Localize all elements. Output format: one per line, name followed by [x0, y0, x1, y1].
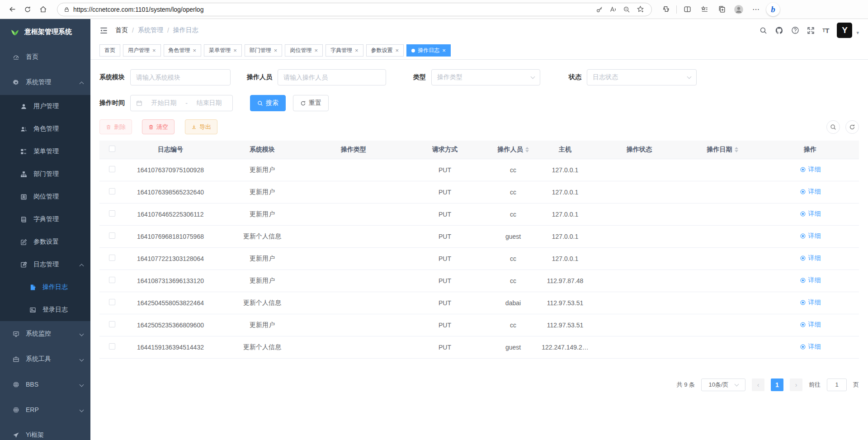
collections-icon[interactable]: [715, 3, 728, 16]
sidebar-item-home[interactable]: 首页: [0, 44, 90, 70]
detail-link[interactable]: 详细: [800, 188, 821, 196]
tab-dept-mgmt[interactable]: 部门管理×: [245, 44, 283, 57]
prev-page-button[interactable]: ‹: [752, 378, 764, 391]
password-key-icon[interactable]: [593, 4, 606, 15]
table-search-toggle-button[interactable]: [826, 120, 840, 134]
delete-button[interactable]: 删除: [99, 119, 132, 134]
detail-link[interactable]: 详细: [800, 210, 821, 218]
reset-button[interactable]: 重置: [293, 95, 329, 111]
tab-dict-mgmt[interactable]: 字典管理×: [326, 44, 363, 57]
tab-menu-mgmt[interactable]: 菜单管理×: [204, 44, 242, 57]
status-select[interactable]: 日志状态: [587, 69, 697, 85]
row-checkbox[interactable]: [109, 210, 115, 217]
collapse-sidebar-button[interactable]: [99, 26, 108, 35]
detail-link[interactable]: 详细: [800, 321, 821, 329]
read-aloud-icon[interactable]: [606, 4, 620, 15]
sidebar-item-menu-mgmt[interactable]: 菜单管理: [0, 140, 90, 163]
sidebar-item-sys-monitor[interactable]: 系统监控: [0, 321, 90, 346]
sidebar-item-dict-mgmt[interactable]: 字典管理: [0, 208, 90, 231]
detail-link[interactable]: 详细: [800, 298, 821, 307]
row-checkbox[interactable]: [109, 188, 115, 194]
row-checkbox[interactable]: [109, 321, 115, 327]
date-range-picker[interactable]: 开始日期 - 结束日期: [130, 95, 233, 111]
browser-home-button[interactable]: [35, 3, 51, 16]
col-date[interactable]: 操作日期: [684, 141, 761, 159]
type-select[interactable]: 操作类型: [431, 69, 540, 85]
table-refresh-button[interactable]: [845, 120, 859, 134]
row-checkbox[interactable]: [109, 277, 115, 283]
sidebar-item-log-mgmt[interactable]: 日志管理: [0, 253, 90, 276]
detail-link[interactable]: 详细: [800, 254, 821, 262]
tab-param-settings[interactable]: 参数设置×: [366, 44, 404, 57]
close-icon[interactable]: ×: [355, 47, 359, 53]
next-page-button[interactable]: ›: [790, 378, 802, 391]
page-size-select[interactable]: 10条/页: [701, 378, 745, 391]
row-checkbox[interactable]: [109, 255, 115, 261]
close-icon[interactable]: ×: [442, 47, 446, 53]
sidebar-item-user-mgmt[interactable]: 用户管理: [0, 95, 90, 118]
sidebar-item-role-mgmt[interactable]: 角色管理: [0, 118, 90, 140]
extensions-icon[interactable]: [659, 3, 673, 16]
export-button[interactable]: 导出: [185, 119, 217, 134]
browser-refresh-button[interactable]: [20, 3, 35, 16]
sidebar-item-erp[interactable]: ERP: [0, 397, 90, 422]
col-method: 请求方式: [399, 141, 491, 159]
tab-role-mgmt[interactable]: 角色管理×: [164, 44, 202, 57]
search-button[interactable]: 搜索: [250, 95, 286, 111]
sidebar-item-oper-log[interactable]: 操作日志: [0, 276, 90, 298]
fullscreen-icon[interactable]: [807, 27, 815, 34]
detail-link[interactable]: 详细: [800, 343, 821, 351]
sidebar-item-login-log[interactable]: 登录日志: [0, 298, 90, 321]
goto-page-input[interactable]: [827, 378, 847, 391]
browser-more-icon[interactable]: ⋯: [749, 3, 763, 16]
sort-icon[interactable]: [525, 145, 529, 154]
font-size-icon[interactable]: TT: [822, 27, 829, 34]
detail-link[interactable]: 详细: [800, 166, 821, 174]
detail-link[interactable]: 详细: [800, 232, 821, 240]
split-screen-icon[interactable]: [680, 3, 694, 16]
clear-button[interactable]: 清空: [142, 119, 175, 134]
tab-user-mgmt[interactable]: 用户管理×: [123, 44, 161, 57]
row-checkbox[interactable]: [109, 232, 115, 239]
sidebar-item-sys-tools[interactable]: 系统工具: [0, 346, 90, 372]
detail-link[interactable]: 详细: [800, 276, 821, 284]
close-icon[interactable]: ×: [396, 47, 399, 53]
browser-back-button[interactable]: [5, 3, 20, 16]
module-input[interactable]: [136, 74, 225, 81]
close-icon[interactable]: ×: [152, 47, 156, 53]
sidebar-item-param-settings[interactable]: 参数设置: [0, 231, 90, 253]
favorites-bar-icon[interactable]: [698, 3, 711, 16]
close-icon[interactable]: ×: [314, 47, 318, 53]
sidebar-item-bbs[interactable]: BBS: [0, 372, 90, 397]
tab-oper-log[interactable]: 操作日志×: [406, 44, 451, 57]
sidebar-item-yi-framework[interactable]: Yi框架: [0, 422, 90, 440]
sidebar-item-system[interactable]: 系统管理: [0, 70, 90, 95]
url-bar[interactable]: https://ccnetcore.com:1101/system/log/op…: [57, 3, 652, 16]
close-icon[interactable]: ×: [193, 47, 197, 53]
bing-chat-icon[interactable]: b: [766, 3, 780, 16]
user-avatar[interactable]: Y: [837, 23, 852, 38]
tab-home[interactable]: 首页: [99, 44, 120, 57]
tab-post-mgmt[interactable]: 岗位管理×: [285, 44, 323, 57]
zoom-out-icon[interactable]: [620, 4, 633, 15]
col-operator[interactable]: 操作人员: [491, 141, 535, 159]
browser-profile-avatar[interactable]: [732, 3, 745, 16]
row-checkbox[interactable]: [109, 299, 115, 305]
favorites-star-icon[interactable]: [633, 4, 647, 15]
close-icon[interactable]: ×: [233, 47, 237, 53]
sidebar-item-dept-mgmt[interactable]: 部门管理: [0, 163, 90, 185]
avatar-dropdown-caret[interactable]: ▾: [856, 30, 859, 36]
sidebar-item-post-mgmt[interactable]: 岗位管理: [0, 185, 90, 208]
github-icon[interactable]: [775, 26, 783, 35]
row-checkbox[interactable]: [109, 343, 115, 350]
sort-icon[interactable]: [735, 145, 738, 154]
app-logo[interactable]: 意框架管理系统: [0, 19, 90, 44]
help-icon[interactable]: [791, 26, 799, 34]
close-icon[interactable]: ×: [274, 47, 278, 53]
row-checkbox[interactable]: [109, 166, 115, 172]
select-all-checkbox[interactable]: [109, 146, 115, 152]
header-search-icon[interactable]: [760, 27, 767, 34]
operator-input[interactable]: [283, 74, 380, 81]
page-number-1[interactable]: 1: [771, 378, 783, 391]
breadcrumb-home[interactable]: 首页: [115, 26, 128, 34]
